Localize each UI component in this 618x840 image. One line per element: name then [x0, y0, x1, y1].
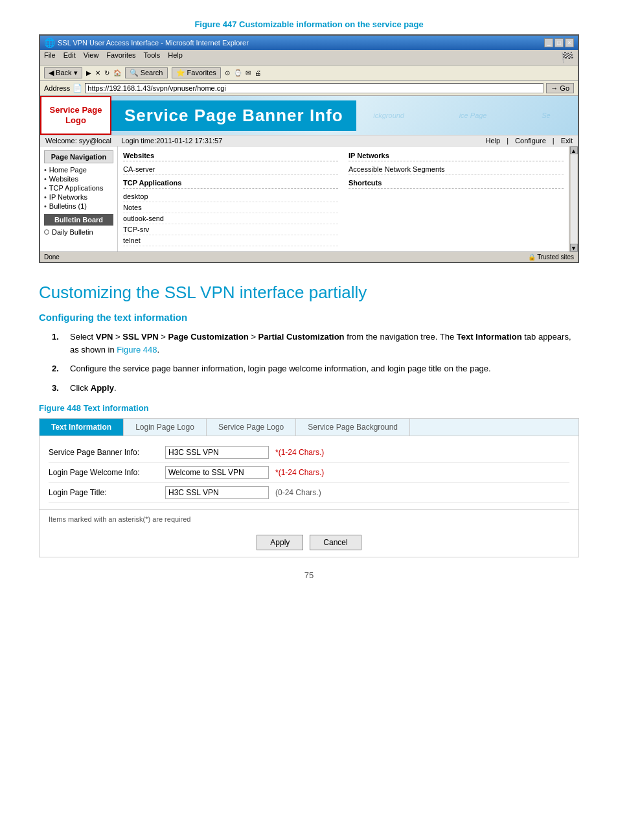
nav-item-tcp[interactable]: TCP Applications: [44, 184, 113, 192]
nav-title: Page Navigation: [44, 150, 113, 163]
label-banner-info: Service Page Banner Info:: [49, 448, 165, 457]
scroll-up-arrow[interactable]: ▲: [570, 146, 578, 154]
tab-service-page-background[interactable]: Service Page Background: [296, 419, 410, 436]
step-2-num: 2.: [52, 362, 63, 375]
mail-icon[interactable]: ✉: [246, 69, 251, 76]
address-input[interactable]: [85, 83, 544, 93]
cancel-button[interactable]: Cancel: [310, 535, 361, 550]
shortcuts-title: Shortcuts: [349, 179, 564, 189]
tab-service-page-logo[interactable]: Service Page Logo: [207, 419, 296, 436]
vpn-banner-info: Service Page Banner Info: [111, 100, 356, 131]
section-title: Customizing the SSL VPN interface partia…: [39, 283, 579, 303]
label-page-title: Login Page Title:: [49, 488, 165, 497]
menu-tools[interactable]: Tools: [144, 51, 161, 64]
step-1-num: 1.: [52, 331, 63, 356]
forward-icon[interactable]: ▶: [86, 69, 91, 76]
step-2: 2. Configure the service page banner inf…: [52, 362, 579, 375]
vpn-sidebar: Page Navigation Home Page Websites TCP A…: [40, 146, 118, 251]
apply-button[interactable]: Apply: [257, 535, 303, 550]
form-row-3: Login Page Title: (0-24 Chars.): [49, 483, 569, 503]
history-icon[interactable]: ⌚: [234, 69, 242, 76]
browser-statusbar: Done 🔒 Trusted sites: [40, 251, 578, 262]
browser-menubar: File Edit View Favorites Tools Help 🏁: [40, 50, 578, 65]
websites-title: Websites: [123, 152, 338, 161]
bulletin-board-title: Bulletin Board: [44, 214, 113, 226]
back-button[interactable]: ◀ Back ▾: [44, 67, 82, 78]
vpn-login-time: Login time:2011-01-12 17:31:57: [121, 137, 222, 145]
step-3: 3. Click Apply.: [52, 382, 579, 395]
content-item-network-seg[interactable]: Accessible Network Segments: [349, 164, 564, 175]
menu-help[interactable]: Help: [168, 51, 183, 64]
step-2-text: Configure the service page banner inform…: [70, 362, 579, 375]
section-subtitle: Configuring the text information: [39, 312, 579, 323]
scroll-down-arrow[interactable]: ▼: [570, 244, 578, 251]
page-icon: 📄: [73, 84, 82, 93]
radio-icon: [44, 229, 49, 235]
close-button[interactable]: ×: [565, 38, 574, 47]
figure-448-title: Figure 448 Text information: [39, 403, 579, 413]
browser-toolbar: ◀ Back ▾ ▶ ✕ ↻ 🏠 🔍 Search ⭐ Favorites ⊙ …: [40, 65, 578, 81]
content-item-tcpsrv[interactable]: TCP-srv: [123, 224, 338, 235]
menu-edit[interactable]: Edit: [63, 51, 76, 64]
nav-item-bulletins[interactable]: Bulletins (1): [44, 202, 113, 210]
form-footer: Items marked with an asterisk(*) are req…: [40, 509, 578, 528]
vpn-col2: IP Networks Accessible Network Segments …: [349, 152, 564, 246]
minimize-button[interactable]: _: [544, 38, 553, 47]
vpn-header: Service Page Logo Service Page Backgroun…: [40, 96, 578, 135]
nav-item-ip[interactable]: IP Networks: [44, 193, 113, 201]
go-button[interactable]: → Go: [546, 83, 574, 93]
menu-favorites[interactable]: Favorites: [106, 51, 135, 64]
form-row-1: Service Page Banner Info: *(1-24 Chars.): [49, 443, 569, 463]
vpn-welcome: Welcome: syy@local: [45, 137, 111, 145]
bulletin-item[interactable]: Daily Bulletin: [44, 228, 113, 236]
status-done: Done: [44, 253, 60, 261]
home-icon[interactable]: 🏠: [113, 69, 121, 76]
bulletin-label: Daily Bulletin: [52, 228, 93, 236]
input-welcome-info[interactable]: [165, 466, 269, 479]
restore-button[interactable]: □: [555, 38, 564, 47]
refresh-icon[interactable]: ↻: [104, 69, 109, 76]
input-page-title[interactable]: [165, 486, 269, 499]
hint-banner-info: *(1-24 Chars.): [275, 448, 324, 457]
nav-item-websites[interactable]: Websites: [44, 175, 113, 183]
tcp-apps-title: TCP Applications: [123, 179, 338, 189]
form-actions: Apply Cancel: [40, 528, 578, 557]
stop-icon[interactable]: ✕: [95, 69, 100, 76]
input-banner-info[interactable]: [165, 446, 269, 459]
vpn-exit-link[interactable]: Exit: [561, 137, 573, 145]
nav-item-home[interactable]: Home Page: [44, 166, 113, 174]
form-body: Service Page Banner Info: *(1-24 Chars.)…: [40, 436, 578, 509]
browser-titlebar: 🌐 SSL VPN User Access Interface - Micros…: [40, 36, 578, 50]
tab-login-page-logo[interactable]: Login Page Logo: [124, 419, 207, 436]
menu-file[interactable]: File: [44, 51, 56, 64]
content-item-desktop[interactable]: desktop: [123, 191, 338, 202]
favorites-button[interactable]: ⭐ Favorites: [172, 67, 221, 78]
vpn-logo-line1: Service Page: [50, 105, 102, 115]
browser-title: SSL VPN User Access Interface - Microsof…: [58, 39, 249, 47]
address-label: Address: [44, 84, 70, 92]
label-welcome-info: Login Page Welcome Info:: [49, 468, 165, 477]
content-item-telnet[interactable]: telnet: [123, 235, 338, 246]
browser-addressbar: Address 📄 → Go: [40, 81, 578, 96]
tab-text-information[interactable]: Text Information: [40, 419, 124, 436]
vpn-statusbar: Welcome: syy@local Login time:2011-01-12…: [40, 135, 578, 146]
menu-view[interactable]: View: [84, 51, 99, 64]
content-item-ca[interactable]: CA-server: [123, 164, 338, 175]
status-trusted: 🔒 Trusted sites: [528, 253, 574, 261]
media-icon: ⊙: [225, 69, 230, 76]
vpn-content: Websites CA-server TCP Applications desk…: [118, 146, 569, 251]
content-item-outlook[interactable]: outlook-send: [123, 213, 338, 224]
vpn-main: Page Navigation Home Page Websites TCP A…: [40, 146, 578, 251]
search-button[interactable]: 🔍 Search: [125, 67, 168, 78]
vpn-help-link[interactable]: Help: [486, 137, 501, 145]
scrollbar[interactable]: ▲ ▼: [569, 146, 578, 251]
browser-icon: 🌐: [44, 38, 55, 48]
ip-networks-title: IP Networks: [349, 152, 564, 161]
print-icon[interactable]: 🖨: [255, 69, 261, 76]
content-item-notes[interactable]: Notes: [123, 202, 338, 213]
form-row-2: Login Page Welcome Info: *(1-24 Chars.): [49, 463, 569, 483]
vpn-logo-box: Service Page Logo: [40, 96, 111, 135]
step-3-text: Click Apply.: [70, 382, 579, 395]
form-table: Text Information Login Page Logo Service…: [39, 418, 579, 557]
vpn-configure-link[interactable]: Configure: [515, 137, 546, 145]
